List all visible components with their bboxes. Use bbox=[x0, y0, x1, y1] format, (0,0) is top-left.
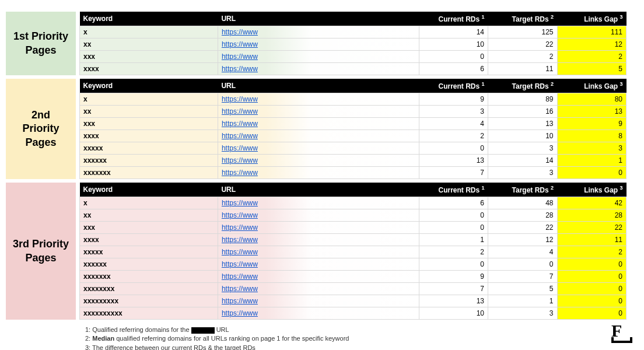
table-header-row: Keyword URL Current RDs 1Target RDs 2Lin… bbox=[80, 12, 626, 26]
redaction-overlay bbox=[265, 63, 419, 75]
keyword-cell: xxxxxxxx bbox=[80, 283, 218, 295]
url-link[interactable]: https://www bbox=[222, 65, 258, 73]
redaction-overlay bbox=[265, 106, 419, 117]
url-cell: https://www bbox=[218, 51, 419, 63]
keyword-cell: xxxxxxx bbox=[80, 167, 218, 179]
url-link[interactable]: https://www bbox=[222, 120, 258, 128]
url-link[interactable]: https://www bbox=[222, 95, 258, 103]
url-link[interactable]: https://www bbox=[222, 132, 258, 140]
target-rds-cell: 28 bbox=[488, 209, 557, 222]
links-gap-cell: 0 bbox=[557, 167, 626, 179]
target-rds-cell: 5 bbox=[488, 283, 557, 295]
url-link[interactable]: https://www bbox=[222, 156, 258, 164]
current-rds-cell: 0 bbox=[419, 258, 488, 271]
header-links-gap: Links Gap 3 bbox=[557, 79, 626, 93]
links-gap-cell: 9 bbox=[557, 118, 626, 130]
links-gap-cell: 12 bbox=[557, 38, 626, 51]
current-rds-cell: 0 bbox=[419, 51, 488, 63]
table-row: xhttps://www64842 bbox=[80, 197, 626, 209]
footnote-2: 2: Median qualified referring domains fo… bbox=[85, 334, 626, 343]
url-cell: https://www bbox=[218, 38, 419, 51]
url-link[interactable]: https://www bbox=[222, 236, 258, 244]
keyword-cell: xxxxxx bbox=[80, 155, 218, 167]
links-gap-cell: 1 bbox=[557, 155, 626, 167]
url-link[interactable]: https://www bbox=[222, 260, 258, 268]
footnote-1-prefix: 1: Qualified referring domains for the bbox=[85, 326, 191, 333]
redaction-overlay bbox=[265, 38, 419, 50]
url-link[interactable]: https://www bbox=[222, 272, 258, 281]
target-rds-cell: 11 bbox=[488, 63, 557, 75]
header-links-gap-footnote: 3 bbox=[620, 185, 622, 191]
current-rds-cell: 3 bbox=[419, 106, 488, 118]
redaction-overlay bbox=[265, 246, 419, 258]
links-gap-cell: 0 bbox=[557, 271, 626, 283]
header-current-rds-footnote: 1 bbox=[482, 81, 485, 87]
target-rds-cell: 16 bbox=[488, 106, 557, 118]
current-rds-cell: 7 bbox=[419, 167, 488, 179]
table-row: xhttps://www14125111 bbox=[80, 26, 626, 38]
keyword-cell: xxxx bbox=[80, 63, 218, 75]
table-row: xxxxxxxhttps://www970 bbox=[80, 271, 626, 283]
url-cell: https://www bbox=[218, 209, 419, 222]
url-cell: https://www bbox=[218, 307, 419, 320]
current-rds-cell: 13 bbox=[419, 295, 488, 307]
url-cell: https://www bbox=[218, 106, 419, 118]
header-current-rds: Current RDs 1 bbox=[419, 79, 488, 93]
table-row: xxxxxxhttps://www13141 bbox=[80, 155, 626, 167]
redaction-overlay bbox=[265, 258, 419, 270]
redaction-block bbox=[191, 327, 215, 334]
brand-logo: F bbox=[611, 321, 632, 343]
url-link[interactable]: https://www bbox=[222, 211, 258, 219]
url-link[interactable]: https://www bbox=[222, 285, 258, 293]
current-rds-cell: 7 bbox=[419, 283, 488, 295]
header-current-rds: Current RDs 1 bbox=[419, 12, 488, 26]
keyword-cell: xx bbox=[80, 106, 218, 118]
url-link[interactable]: https://www bbox=[222, 169, 258, 177]
header-links-gap-footnote: 3 bbox=[620, 81, 622, 87]
target-rds-cell: 10 bbox=[488, 130, 557, 142]
url-link[interactable]: https://www bbox=[222, 40, 258, 48]
target-rds-cell: 14 bbox=[488, 155, 557, 167]
url-cell: https://www bbox=[218, 130, 419, 142]
url-link[interactable]: https://www bbox=[222, 28, 258, 36]
header-links-gap: Links Gap 3 bbox=[557, 183, 626, 197]
table-row: xxxhttps://www022 bbox=[80, 51, 626, 63]
target-rds-cell: 1 bbox=[488, 295, 557, 307]
url-link[interactable]: https://www bbox=[222, 107, 258, 116]
url-link[interactable]: https://www bbox=[222, 52, 258, 61]
target-rds-cell: 7 bbox=[488, 271, 557, 283]
redaction-overlay bbox=[265, 155, 419, 166]
url-link[interactable]: https://www bbox=[222, 248, 258, 256]
table-row: xhttps://www98980 bbox=[80, 93, 626, 106]
current-rds-cell: 0 bbox=[419, 209, 488, 222]
header-current-rds-footnote: 1 bbox=[482, 185, 485, 191]
target-rds-cell: 2 bbox=[488, 51, 557, 63]
current-rds-cell: 2 bbox=[419, 130, 488, 142]
url-link[interactable]: https://www bbox=[222, 199, 258, 207]
redaction-overlay bbox=[265, 222, 419, 233]
priority-group-label: 3rd Priority Pages bbox=[6, 183, 76, 320]
table-row: xxxxxxxxxxhttps://www1030 bbox=[80, 307, 626, 320]
keyword-cell: xxxxx bbox=[80, 246, 218, 258]
links-gap-cell: 28 bbox=[557, 209, 626, 222]
url-link[interactable]: https://www bbox=[222, 309, 258, 317]
header-target-rds: Target RDs 2 bbox=[488, 12, 557, 26]
header-url: URL bbox=[218, 12, 419, 26]
footnote-2-bold: Median bbox=[92, 335, 114, 342]
keyword-cell: x bbox=[80, 197, 218, 209]
table-header-row: Keyword URL Current RDs 1Target RDs 2Lin… bbox=[80, 183, 626, 197]
url-link[interactable]: https://www bbox=[222, 223, 258, 232]
keyword-cell: xxxx bbox=[80, 130, 218, 142]
links-gap-cell: 2 bbox=[557, 51, 626, 63]
links-gap-cell: 111 bbox=[557, 26, 626, 38]
keyword-cell: xx bbox=[80, 209, 218, 222]
table-header-row: Keyword URL Current RDs 1Target RDs 2Lin… bbox=[80, 79, 626, 93]
current-rds-cell: 9 bbox=[419, 93, 488, 106]
footnote-2-suffix: qualified referring domains for all URLs… bbox=[114, 335, 349, 342]
redaction-overlay bbox=[265, 234, 419, 246]
url-link[interactable]: https://www bbox=[222, 144, 258, 152]
redaction-overlay bbox=[265, 283, 419, 295]
footnote-1: 1: Qualified referring domains for the U… bbox=[85, 326, 626, 334]
header-current-rds-footnote: 1 bbox=[482, 14, 485, 20]
url-link[interactable]: https://www bbox=[222, 297, 258, 305]
